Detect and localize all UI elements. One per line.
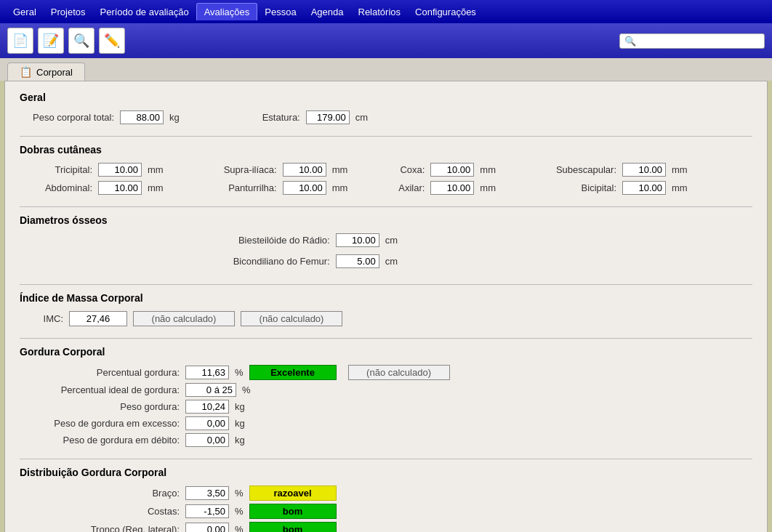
dist-braco-label: Braço: — [20, 488, 180, 499]
note-button[interactable]: 📝 — [38, 28, 64, 54]
nav-relatorios[interactable]: Relatórios — [351, 4, 409, 20]
search-icon: 🔍 — [624, 36, 636, 47]
tricipital-input[interactable] — [98, 163, 142, 177]
nav-avaliacoes[interactable]: Avaliações — [196, 3, 258, 20]
bicondi-unit: cm — [385, 256, 398, 267]
imc-value: 27,46 — [69, 311, 127, 326]
axilar-input[interactable] — [430, 181, 474, 195]
tab-bar: 📋 Corporal — [0, 58, 772, 81]
dobras-row2: Abdominal: mm Panturrilha: mm Axilar: mm… — [20, 181, 752, 195]
tricipital-label: Tricipital: — [20, 164, 92, 175]
search-button[interactable]: 🔍 — [68, 28, 95, 54]
gordura-ideal-row: Percentual ideal de gordura: % — [20, 383, 752, 397]
gordura-badge: Excelente — [249, 365, 337, 380]
dist-costas-badge: bom — [249, 504, 337, 519]
estatura-input[interactable] — [306, 110, 350, 124]
search-input[interactable] — [636, 36, 760, 47]
dist-costas-row: Costas: % bom — [20, 504, 752, 519]
bicipital-unit: mm — [672, 182, 688, 193]
gordura-peso-label: Peso gordura: — [20, 401, 180, 412]
nav-projetos[interactable]: Projetos — [44, 4, 93, 20]
bicipital-label: Bicipital: — [529, 182, 616, 193]
nav-pessoa[interactable]: Pessoa — [257, 4, 303, 20]
section-dobras: Dobras cutâneas Tricipital: mm Supra-ilí… — [20, 144, 752, 195]
toolbar: 📄 📝 🔍 ✏️ 🔍 — [0, 23, 772, 58]
gordura-perc-row: Percentual gordura: % Excelente (não cal… — [20, 365, 752, 380]
abdominal-input[interactable] — [98, 181, 142, 195]
nav-agenda[interactable]: Agenda — [304, 4, 351, 20]
section-distribuicao: Distribuição Gordura Corporal Braço: % r… — [20, 467, 752, 532]
distribuicao-title: Distribuição Gordura Corporal — [20, 467, 752, 478]
supra-unit: mm — [332, 164, 348, 175]
supra-input[interactable] — [283, 163, 326, 177]
section-geral: Geral Peso corporal total: kg Estatura: … — [20, 92, 752, 124]
gordura-debito-unit: kg — [235, 435, 245, 446]
coxa-input[interactable] — [430, 163, 474, 177]
dist-braco-badge: razoavel — [249, 485, 337, 501]
dist-tronco-input[interactable] — [185, 523, 229, 532]
dist-tronco-badge: bom — [249, 522, 337, 532]
imc-row: IMC: 27,46 (não calculado) (não calculad… — [34, 311, 752, 326]
gordura-debito-label: Peso de gordura em débito: — [20, 435, 180, 446]
dist-tronco-row: Tronco (Reg. lateral): % bom — [20, 522, 752, 532]
biest-label: Biesteilóide do Rádio: — [170, 235, 330, 246]
estatura-label: Estatura: — [249, 112, 300, 123]
dobras-title: Dobras cutâneas — [20, 144, 752, 156]
nav-configuracoes[interactable]: Configurações — [408, 4, 483, 20]
dist-tronco-label: Tronco (Reg. lateral): — [20, 524, 180, 532]
gordura-title: Gordura Corporal — [20, 346, 752, 358]
gordura-excesso-input[interactable] — [185, 416, 229, 430]
abdominal-label: Abdominal: — [20, 182, 92, 193]
peso-label: Peso corporal total: — [20, 112, 114, 123]
imc-label: IMC: — [34, 313, 63, 324]
estatura-unit: cm — [355, 112, 368, 123]
axilar-label: Axilar: — [381, 182, 425, 193]
edit-button[interactable]: ✏️ — [99, 28, 125, 54]
gordura-perc-unit: % — [235, 367, 244, 378]
gordura-ideal-unit: % — [242, 384, 251, 395]
gordura-perc-input[interactable] — [185, 366, 229, 379]
panturrilha-input[interactable] — [283, 181, 326, 195]
main-content: Geral Peso corporal total: kg Estatura: … — [4, 81, 768, 532]
biest-input[interactable] — [336, 233, 379, 247]
dist-braco-row: Braço: % razoavel — [20, 485, 752, 501]
bicondi-input[interactable] — [336, 254, 379, 268]
supra-label: Supra-ilíaca: — [197, 164, 277, 175]
gordura-perc-label: Percentual gordura: — [20, 367, 180, 378]
bicipital-input[interactable] — [622, 181, 666, 195]
dist-braco-input[interactable] — [185, 486, 229, 500]
coxa-label: Coxa: — [381, 164, 425, 175]
gordura-excesso-unit: kg — [235, 418, 245, 429]
abdominal-unit: mm — [148, 182, 164, 193]
panturrilha-label: Panturrilha: — [197, 182, 277, 193]
dist-costas-label: Costas: — [20, 506, 180, 517]
gordura-peso-unit: kg — [235, 401, 245, 412]
gordura-debito-input[interactable] — [185, 433, 229, 447]
peso-input[interactable] — [120, 110, 164, 124]
tricipital-unit: mm — [148, 164, 164, 175]
imc-calc2: (não calculado) — [241, 311, 342, 326]
bicondi-row: Bicondiliano do Femur: cm — [170, 254, 398, 268]
doc-button[interactable]: 📄 — [7, 28, 33, 54]
gordura-excesso-label: Peso de gordura em excesso: — [20, 418, 180, 429]
bicondi-label: Bicondiliano do Femur: — [170, 256, 330, 267]
subesc-label: Subescapular: — [529, 164, 616, 175]
biest-unit: cm — [385, 235, 398, 246]
subesc-input[interactable] — [622, 163, 666, 177]
diametros-title: Diametros ósseos — [20, 214, 752, 226]
search-bar[interactable]: 🔍 — [619, 33, 765, 49]
nav-periodo[interactable]: Período de avaliação — [93, 4, 196, 20]
nav-geral[interactable]: Geral — [6, 4, 44, 20]
dobras-row1: Tricipital: mm Supra-ilíaca: mm Coxa: mm… — [20, 163, 752, 177]
dist-costas-input[interactable] — [185, 504, 229, 518]
gordura-ideal-input[interactable] — [185, 383, 236, 397]
tab-label: Corporal — [36, 67, 73, 78]
gordura-debito-row: Peso de gordura em débito: kg — [20, 433, 752, 447]
tab-icon: 📋 — [20, 66, 32, 78]
subesc-unit: mm — [672, 164, 688, 175]
gordura-peso-row: Peso gordura: kg — [20, 400, 752, 414]
peso-unit: kg — [169, 112, 180, 123]
section-diametros: Diametros ósseos Biesteilóide do Rádio: … — [20, 214, 752, 273]
tab-corporal[interactable]: 📋 Corporal — [7, 63, 85, 81]
gordura-peso-input[interactable] — [185, 400, 229, 414]
